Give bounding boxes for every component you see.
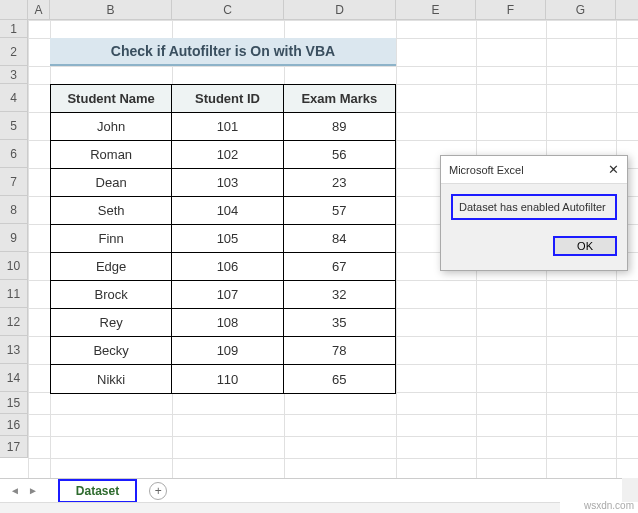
- table-header-cell[interactable]: Student Name: [51, 85, 172, 113]
- row-header-17[interactable]: 17: [0, 436, 27, 458]
- title-cell[interactable]: Check if Autofilter is On with VBA: [50, 38, 396, 66]
- row-header-12[interactable]: 12: [0, 308, 27, 336]
- table-cell[interactable]: Becky: [51, 337, 172, 365]
- column-header-G[interactable]: G: [546, 0, 616, 19]
- row-header-6[interactable]: 6: [0, 140, 27, 168]
- row-header-13[interactable]: 13: [0, 336, 27, 364]
- message-box: Microsoft Excel ✕ Dataset has enabled Au…: [440, 155, 628, 271]
- table-row: Becky10978: [51, 337, 395, 365]
- table-cell[interactable]: 106: [172, 253, 283, 281]
- column-header-E[interactable]: E: [396, 0, 476, 19]
- sheet-tab-bar: ◄ ► Dataset +: [0, 478, 638, 502]
- dialog-titlebar[interactable]: Microsoft Excel ✕: [441, 156, 627, 184]
- column-header-A[interactable]: A: [28, 0, 50, 19]
- row-header-7[interactable]: 7: [0, 168, 27, 196]
- ok-button[interactable]: OK: [553, 236, 617, 256]
- table-row: Rey10835: [51, 309, 395, 337]
- table-cell[interactable]: 57: [284, 197, 395, 225]
- row-header-5[interactable]: 5: [0, 112, 27, 140]
- row-header-1[interactable]: 1: [0, 20, 27, 38]
- table-cell[interactable]: 32: [284, 281, 395, 309]
- table-cell[interactable]: Finn: [51, 225, 172, 253]
- dialog-title: Microsoft Excel: [449, 164, 524, 176]
- table-row: Dean10323: [51, 169, 395, 197]
- table-cell[interactable]: 105: [172, 225, 283, 253]
- row-header-2[interactable]: 2: [0, 38, 27, 66]
- row-headers: 1234567891011121314151617: [0, 20, 28, 458]
- table-cell[interactable]: Rey: [51, 309, 172, 337]
- table-cell[interactable]: 107: [172, 281, 283, 309]
- table-cell[interactable]: 103: [172, 169, 283, 197]
- table-header-cell[interactable]: Student ID: [172, 85, 283, 113]
- table-cell[interactable]: 56: [284, 141, 395, 169]
- table-cell[interactable]: Edge: [51, 253, 172, 281]
- table-cell[interactable]: 78: [284, 337, 395, 365]
- table-row: Roman10256: [51, 141, 395, 169]
- table-cell[interactable]: 101: [172, 113, 283, 141]
- table-cell[interactable]: Nikki: [51, 365, 172, 393]
- table-row: Edge10667: [51, 253, 395, 281]
- data-table: Student NameStudent IDExam MarksJohn1018…: [50, 84, 396, 394]
- select-all-corner[interactable]: [0, 0, 28, 20]
- row-header-15[interactable]: 15: [0, 392, 27, 414]
- watermark: wsxdn.com: [584, 500, 634, 511]
- table-row: Brock10732: [51, 281, 395, 309]
- row-header-3[interactable]: 3: [0, 66, 27, 84]
- table-cell[interactable]: John: [51, 113, 172, 141]
- table-cell[interactable]: 104: [172, 197, 283, 225]
- table-cell[interactable]: 67: [284, 253, 395, 281]
- table-cell[interactable]: 65: [284, 365, 395, 393]
- table-cell[interactable]: Dean: [51, 169, 172, 197]
- row-header-14[interactable]: 14: [0, 364, 27, 392]
- table-cell[interactable]: 84: [284, 225, 395, 253]
- table-cell[interactable]: 89: [284, 113, 395, 141]
- dialog-body: Dataset has enabled Autofilter OK: [441, 184, 627, 270]
- row-header-10[interactable]: 10: [0, 252, 27, 280]
- prev-sheet-icon[interactable]: ◄: [10, 485, 20, 496]
- table-cell[interactable]: 35: [284, 309, 395, 337]
- add-sheet-button[interactable]: +: [149, 482, 167, 500]
- table-row: Finn10584: [51, 225, 395, 253]
- table-header-cell[interactable]: Exam Marks: [284, 85, 395, 113]
- row-header-8[interactable]: 8: [0, 196, 27, 224]
- column-headers: ABCDEFG: [28, 0, 638, 20]
- table-cell[interactable]: 108: [172, 309, 283, 337]
- tab-nav: ◄ ►: [10, 485, 38, 496]
- table-cell[interactable]: 102: [172, 141, 283, 169]
- sheet-tab-dataset[interactable]: Dataset: [58, 479, 137, 503]
- row-header-4[interactable]: 4: [0, 84, 27, 112]
- column-header-B[interactable]: B: [50, 0, 172, 19]
- scroll-corner: [622, 478, 638, 502]
- close-icon[interactable]: ✕: [608, 162, 619, 177]
- dialog-message: Dataset has enabled Autofilter: [451, 194, 617, 220]
- table-cell[interactable]: Roman: [51, 141, 172, 169]
- column-header-C[interactable]: C: [172, 0, 284, 19]
- table-cell[interactable]: 23: [284, 169, 395, 197]
- row-header-11[interactable]: 11: [0, 280, 27, 308]
- table-row: Nikki11065: [51, 365, 395, 393]
- row-header-9[interactable]: 9: [0, 224, 27, 252]
- table-cell[interactable]: Seth: [51, 197, 172, 225]
- table-cell[interactable]: 109: [172, 337, 283, 365]
- table-cell[interactable]: Brock: [51, 281, 172, 309]
- row-header-16[interactable]: 16: [0, 414, 27, 436]
- column-header-D[interactable]: D: [284, 0, 396, 19]
- next-sheet-icon[interactable]: ►: [28, 485, 38, 496]
- table-cell[interactable]: 110: [172, 365, 283, 393]
- table-row: John10189: [51, 113, 395, 141]
- table-row: Seth10457: [51, 197, 395, 225]
- status-bar: [0, 502, 560, 513]
- column-header-F[interactable]: F: [476, 0, 546, 19]
